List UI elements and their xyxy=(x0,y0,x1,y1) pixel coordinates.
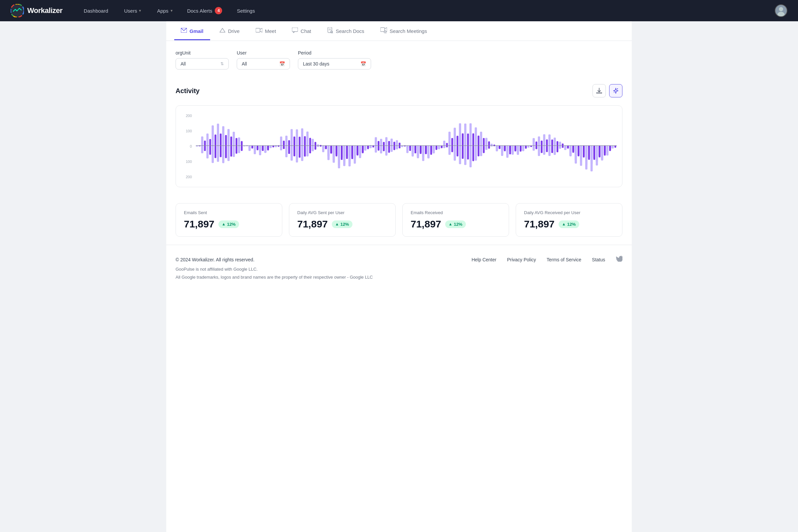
stat-avg-received-label: Daily AVG Received per User xyxy=(524,210,614,215)
footer-status[interactable]: Status xyxy=(592,257,605,262)
user-filter: User All 📅 xyxy=(237,50,290,70)
svg-rect-92 xyxy=(283,146,285,149)
meet-icon xyxy=(256,28,262,34)
svg-rect-275 xyxy=(522,146,524,148)
svg-rect-240 xyxy=(477,146,479,156)
svg-line-16 xyxy=(332,33,333,34)
svg-rect-332 xyxy=(598,146,600,157)
svg-rect-57 xyxy=(238,137,241,146)
svg-rect-228 xyxy=(462,146,463,159)
svg-rect-212 xyxy=(441,146,442,148)
stat-emails-received-badge: ▲ 12% xyxy=(445,221,466,228)
svg-rect-263 xyxy=(507,146,509,158)
svg-rect-335 xyxy=(601,146,604,159)
orgunit-select[interactable]: All ⇅ xyxy=(175,58,229,70)
ai-button[interactable] xyxy=(609,84,623,97)
orgunit-arrow: ⇅ xyxy=(221,61,224,66)
tab-gmail[interactable]: Gmail xyxy=(174,22,210,40)
nav-users[interactable]: Users ▾ xyxy=(123,5,142,16)
footer-privacy-policy[interactable]: Privacy Policy xyxy=(507,257,536,262)
tab-search-docs[interactable]: Search Docs xyxy=(321,21,371,41)
svg-rect-187 xyxy=(406,146,408,153)
stat-emails-sent-label: Emails Sent xyxy=(184,210,274,215)
tab-drive[interactable]: Drive xyxy=(213,22,246,40)
svg-rect-272 xyxy=(520,146,521,152)
svg-rect-49 xyxy=(227,129,230,146)
svg-rect-91 xyxy=(280,146,282,150)
svg-rect-323 xyxy=(585,146,588,166)
svg-rect-107 xyxy=(301,146,304,161)
footer-disclaimer1: GooPulse is not affiliated with Google L… xyxy=(175,265,373,273)
svg-rect-54 xyxy=(236,138,238,146)
svg-rect-229 xyxy=(464,124,467,146)
svg-rect-302 xyxy=(562,143,564,146)
nav-dashboard[interactable]: Dashboard xyxy=(82,5,109,16)
svg-rect-147 xyxy=(354,146,356,158)
user-select[interactable]: All 📅 xyxy=(237,58,290,70)
svg-rect-173 xyxy=(391,139,393,146)
chat-icon xyxy=(292,27,298,34)
svg-rect-144 xyxy=(352,146,353,159)
tab-chat[interactable]: Chat xyxy=(285,22,318,41)
svg-rect-200 xyxy=(425,146,426,154)
users-dropdown-arrow: ▾ xyxy=(139,8,141,13)
svg-rect-316 xyxy=(577,146,579,156)
docs-alerts-badge: 4 xyxy=(215,7,222,14)
nav-docs-alerts[interactable]: Docs Alerts 4 xyxy=(187,7,223,14)
orgunit-label: orgUnit xyxy=(175,50,229,56)
svg-rect-55 xyxy=(233,146,235,157)
svg-rect-167 xyxy=(380,146,382,154)
period-select[interactable]: Last 30 days 📅 xyxy=(298,58,371,70)
activity-title: Activity xyxy=(175,87,200,95)
svg-rect-165 xyxy=(380,139,382,146)
stat-emails-sent-value-row: 71,897 ▲ 12% xyxy=(184,218,274,230)
svg-rect-236 xyxy=(473,146,474,161)
svg-rect-304 xyxy=(562,146,564,148)
footer-help-center[interactable]: Help Center xyxy=(472,257,496,262)
tab-meet[interactable]: Meet xyxy=(249,22,283,40)
svg-rect-222 xyxy=(457,136,458,146)
y-label-100-bot: 100 xyxy=(183,159,192,164)
svg-rect-97 xyxy=(291,129,293,146)
svg-rect-195 xyxy=(417,146,419,157)
stat-avg-sent-value: 71,897 xyxy=(297,218,328,230)
stat-avg-received-value: 71,897 xyxy=(524,218,555,230)
svg-rect-276 xyxy=(525,146,527,147)
svg-rect-232 xyxy=(467,146,469,159)
tab-search-meetings[interactable]: Search Meetings xyxy=(374,21,434,41)
user-value: All xyxy=(242,61,247,66)
twitter-icon[interactable] xyxy=(616,256,623,263)
nav-apps[interactable]: Apps ▾ xyxy=(156,5,174,16)
svg-rect-290 xyxy=(546,139,548,146)
drive-icon xyxy=(220,28,225,34)
svg-rect-168 xyxy=(383,146,385,151)
svg-rect-45 xyxy=(222,126,225,146)
svg-rect-203 xyxy=(427,146,430,158)
svg-rect-44 xyxy=(220,146,222,157)
svg-rect-331 xyxy=(596,146,598,162)
stat-avg-sent-value-row: 71,897 ▲ 12% xyxy=(297,218,387,230)
stat-avg-sent-label: Daily AVG Sent per User xyxy=(297,210,387,215)
svg-rect-267 xyxy=(512,146,514,154)
svg-rect-46 xyxy=(225,135,227,146)
svg-rect-216 xyxy=(446,146,448,147)
svg-rect-159 xyxy=(369,146,372,148)
svg-rect-155 xyxy=(364,146,366,151)
footer-left: © 2024 Workalizer. All rights reserved. … xyxy=(175,256,373,281)
activity-section: Activity 200 100 0 100 200 xyxy=(166,76,632,195)
svg-rect-52 xyxy=(230,146,232,157)
svg-rect-324 xyxy=(588,146,590,160)
svg-rect-161 xyxy=(375,137,377,146)
svg-rect-37 xyxy=(211,125,214,146)
svg-rect-215 xyxy=(443,146,445,148)
svg-rect-32 xyxy=(204,146,206,151)
svg-rect-196 xyxy=(420,146,421,154)
svg-rect-100 xyxy=(293,146,295,156)
up-arrow-icon-2: ▲ xyxy=(335,222,339,226)
y-label-200-top: 200 xyxy=(183,114,192,118)
footer-terms-of-service[interactable]: Terms of Service xyxy=(547,257,581,262)
download-button[interactable] xyxy=(592,84,606,97)
user-avatar[interactable] xyxy=(775,4,787,17)
nav-settings[interactable]: Settings xyxy=(235,5,256,16)
search-meetings-icon xyxy=(380,27,387,35)
